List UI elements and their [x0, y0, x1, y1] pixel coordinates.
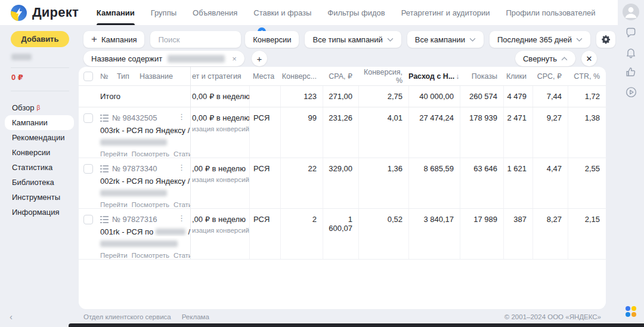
- view-link[interactable]: Посмотреть: [132, 201, 169, 208]
- sidebar-item-tools[interactable]: Инструменты: [0, 190, 79, 205]
- remove-filter-icon[interactable]: ×: [232, 54, 237, 63]
- table-row: № 97873340 ⋮ 002rk - РСЯ по Яндексу / Пе…: [79, 158, 606, 209]
- kebab-menu-icon[interactable]: ⋮: [178, 113, 185, 121]
- col-conversion-rate[interactable]: Конверсия, %: [358, 68, 408, 85]
- search-box[interactable]: [150, 31, 241, 48]
- go-to-link[interactable]: Перейти: [100, 201, 128, 208]
- redacted-campaign-name: [100, 240, 178, 247]
- view-link[interactable]: Посмотреть: [132, 150, 169, 158]
- row-checkbox[interactable]: [83, 164, 93, 174]
- sidebar-item-conversions[interactable]: Конверсии: [0, 145, 79, 160]
- campaign-filter[interactable]: Все кампании: [407, 31, 484, 48]
- select-all-checkbox[interactable]: [83, 72, 93, 81]
- row-budget: ,00 ₽ в неделю: [192, 209, 249, 224]
- col-places[interactable]: Места: [249, 72, 280, 81]
- go-to-link[interactable]: Перейти: [100, 150, 128, 158]
- chevron-down-icon: [576, 38, 583, 42]
- kebab-menu-icon[interactable]: ⋮: [178, 214, 185, 222]
- date-range-filter[interactable]: Последние 365 дней: [490, 31, 590, 48]
- col-type[interactable]: Тип: [117, 72, 140, 81]
- tab-ads[interactable]: Объявления: [193, 0, 237, 25]
- play-video-icon[interactable]: [624, 85, 638, 99]
- col-cpa[interactable]: CPA, ₽: [323, 72, 358, 81]
- table-settings-button[interactable]: [596, 31, 615, 48]
- row-places: РСЯ: [249, 158, 280, 208]
- name-contains-filter-chip[interactable]: Название содержит ×: [83, 51, 244, 66]
- campaign-name[interactable]: 001rk - РСЯ по/: [97, 224, 190, 236]
- col-clicks[interactable]: Клики: [503, 72, 532, 81]
- search-input[interactable]: [158, 35, 233, 44]
- tab-user-profiles[interactable]: Профили пользователей: [506, 0, 596, 25]
- footer-link-client-service[interactable]: Отдел клиентского сервиса: [83, 313, 171, 320]
- footer-link-advertising[interactable]: Реклама: [182, 313, 209, 320]
- col-budget-strategy[interactable]: ет и стратегия: [191, 72, 249, 81]
- row-clicks: 1 621: [503, 158, 532, 208]
- window-bottom-edge: [69, 323, 644, 327]
- col-name[interactable]: Название: [140, 72, 173, 81]
- col-spend-sorted[interactable]: Расход с Н...↓: [408, 72, 460, 81]
- row-budget: 0,00 ₽ в неделю: [192, 107, 249, 122]
- col-impressions[interactable]: Показы: [460, 72, 503, 81]
- totals-label: Итого: [97, 86, 191, 107]
- campaign-number[interactable]: № 97873340: [112, 164, 157, 173]
- conversions-button[interactable]: Конверсии: [245, 31, 299, 48]
- redacted-filter-value: [168, 55, 225, 63]
- col-cpc[interactable]: CPC, ₽: [532, 72, 568, 81]
- add-filter-button[interactable]: +: [252, 51, 267, 66]
- row-cpa: 1 600,07: [323, 209, 358, 259]
- tab-retargeting[interactable]: Ретаргетинг и аудитории: [401, 0, 490, 25]
- col-conversions[interactable]: Конверс...: [280, 72, 323, 81]
- tab-feed-filters[interactable]: Фильтры фидов: [327, 0, 385, 25]
- sidebar-divider: [11, 67, 69, 68]
- logo-text: Директ: [32, 5, 79, 20]
- campaign-number[interactable]: № 97827316: [112, 215, 157, 224]
- statistics-link[interactable]: Статистика: [174, 150, 190, 158]
- sidebar-item-statistics[interactable]: Статистика: [0, 160, 79, 175]
- sidebar-menu: Обзорβ Кампании Рекомендации Конверсии С…: [0, 100, 79, 220]
- campaign-name[interactable]: 003rk - РСЯ по Яндексу /: [97, 122, 190, 135]
- statistics-link[interactable]: Статистика: [174, 201, 190, 208]
- tab-groups[interactable]: Группы: [151, 0, 177, 25]
- redacted-campaign-name: [100, 139, 167, 146]
- tab-bids-phrases[interactable]: Ставки и фразы: [253, 0, 311, 25]
- col-ctr[interactable]: CTR, %: [568, 72, 606, 81]
- col-number[interactable]: №: [97, 72, 117, 81]
- campaign-name[interactable]: 002rk - РСЯ по Яндексу /: [97, 173, 190, 186]
- row-cpa: 231,26: [323, 107, 358, 158]
- view-link[interactable]: Посмотреть: [132, 252, 169, 259]
- account-balance[interactable]: 0 ₽: [11, 73, 23, 82]
- sidebar-item-overview[interactable]: Обзорβ: [0, 100, 79, 115]
- row-checkbox[interactable]: [83, 215, 93, 224]
- sidebar-item-recommendations[interactable]: Рекомендации: [0, 130, 79, 145]
- totals-budget: 0,00 ₽ в неделю: [191, 86, 249, 107]
- sidebar-item-library[interactable]: Библиотека: [0, 175, 79, 190]
- go-to-link[interactable]: Перейти: [100, 252, 128, 259]
- sidebar-item-information[interactable]: Информация: [0, 205, 79, 220]
- chevron-down-icon: [469, 38, 476, 42]
- chat-icon[interactable]: [624, 26, 638, 40]
- add-button[interactable]: Добавить: [11, 31, 69, 47]
- services-widget-icon[interactable]: [626, 306, 636, 316]
- toolbar-right: Конверсии Все типы кампаний Все кампании…: [245, 31, 615, 48]
- tab-campaigns[interactable]: Кампании: [97, 0, 135, 25]
- row-strategy: изация конверсий: [192, 122, 249, 132]
- row-checkbox[interactable]: [83, 113, 93, 123]
- campaign-type-icon: [100, 216, 109, 223]
- close-panel-button[interactable]: ✕: [581, 51, 597, 66]
- campaign-number[interactable]: № 98432505: [112, 113, 157, 122]
- row-spend: 8 685,59: [408, 158, 460, 208]
- direct-logo[interactable]: Директ: [11, 5, 79, 21]
- bell-icon[interactable]: [624, 45, 638, 60]
- thumbs-up-icon[interactable]: [624, 65, 638, 79]
- row-conv-rate: 1,36: [358, 158, 408, 208]
- new-campaign-button[interactable]: + Кампания: [83, 31, 144, 48]
- kebab-menu-icon[interactable]: ⋮: [178, 164, 185, 171]
- statistics-link[interactable]: Статистика: [174, 252, 190, 259]
- sidebar-item-campaigns[interactable]: Кампании: [5, 115, 74, 130]
- user-avatar[interactable]: [623, 4, 639, 20]
- redacted-account-name: [11, 54, 32, 60]
- panel-controls: Свернуть ✕: [515, 51, 597, 66]
- campaign-type-icon: [100, 115, 109, 122]
- collapse-panel-button[interactable]: Свернуть: [515, 51, 575, 66]
- campaign-type-filter[interactable]: Все типы кампаний: [305, 31, 401, 48]
